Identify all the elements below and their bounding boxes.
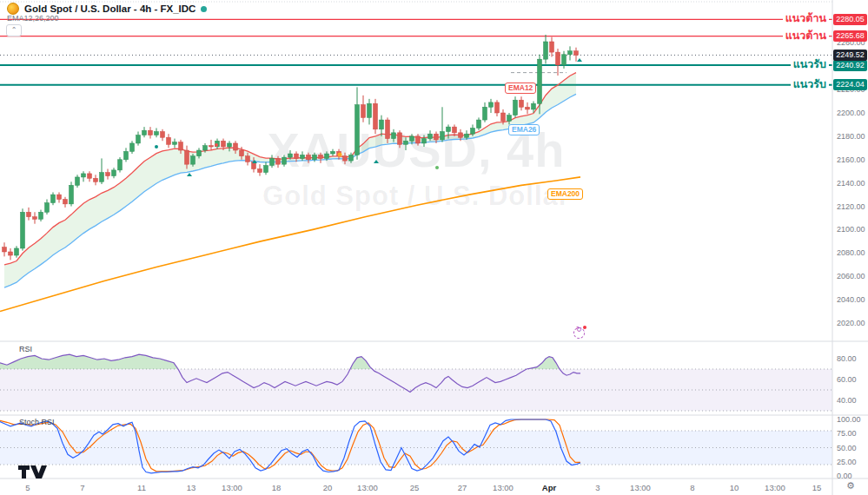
candle-body: [368, 103, 372, 117]
time-tick-label: 13:00: [630, 483, 651, 492]
signal-dot-marker[interactable]: [155, 145, 158, 148]
candle-body: [568, 51, 573, 55]
resistance-label: แนวต้าน: [783, 12, 829, 24]
candle-body: [574, 51, 579, 56]
candle-body: [544, 42, 548, 59]
candle-body: [343, 156, 348, 161]
stoch-band: [0, 431, 832, 465]
candle-body: [45, 203, 50, 213]
current-price-badge: 2249.52: [833, 50, 867, 61]
candle-body: [27, 212, 31, 216]
ema26-label-chip[interactable]: EMA26: [508, 124, 540, 135]
candle-body: [398, 133, 402, 144]
price-tick-label: 2020.00: [837, 319, 865, 327]
settings-gear-icon[interactable]: ⚙: [846, 480, 855, 492]
candle-body: [520, 100, 524, 107]
candle-body: [471, 128, 475, 134]
symbol-header: Gold Spot / U.S. Dollar - 4h - FX_IDC: [7, 3, 207, 15]
candle-body: [562, 55, 567, 65]
time-tick-label: 8: [690, 483, 694, 492]
tradingview-logo[interactable]: [18, 465, 50, 478]
candle-body: [21, 212, 25, 248]
ema12-label-chip[interactable]: EMA12: [505, 82, 536, 94]
candle-body: [331, 151, 335, 154]
ema200-label-chip[interactable]: EMA200: [547, 188, 583, 200]
price-axis[interactable]: [832, 0, 868, 478]
candle-body: [240, 150, 244, 156]
stoch-tick-label: 75.00: [837, 429, 857, 438]
candle-body: [130, 143, 135, 151]
candle-body: [234, 143, 238, 150]
ema12-line[interactable]: [4, 73, 576, 265]
support-label: แนวรับ: [791, 78, 829, 90]
market-status-dot[interactable]: [201, 6, 207, 12]
candle-body: [3, 248, 7, 252]
chart-canvas[interactable]: [0, 0, 868, 495]
indicator-legend[interactable]: EMA12,26,200: [7, 14, 59, 23]
candle-body: [118, 160, 123, 170]
time-tick-label: 13:00: [222, 483, 242, 492]
time-tick-label: 7: [80, 483, 84, 492]
main-pane[interactable]: [0, 73, 580, 312]
candle-body: [63, 199, 68, 203]
time-tick-label: 10: [730, 483, 739, 492]
candle-body: [465, 134, 469, 137]
rsi-tick-label: 60.00: [837, 375, 857, 384]
resistance-price-badge: 2280.05: [833, 14, 867, 25]
candle-body: [295, 154, 299, 158]
candle-body: [155, 132, 159, 135]
signal-dot-marker[interactable]: [215, 143, 218, 147]
ema200-line[interactable]: [0, 177, 580, 312]
rsi-tick-label: 80.00: [837, 354, 857, 363]
candle-body: [288, 154, 293, 157]
symbol-title[interactable]: Gold Spot / U.S. Dollar - 4h - FX_IDC: [24, 3, 195, 14]
candle-body: [222, 141, 226, 147]
candle-body: [246, 156, 250, 162]
candle-body: [526, 107, 530, 109]
candle-body: [142, 130, 147, 135]
support-price-badge: 2224.04: [833, 79, 867, 90]
signal-triangle-marker[interactable]: [577, 58, 582, 62]
rsi-pane-label[interactable]: RSI: [19, 345, 32, 353]
time-tick-label: 13:00: [765, 483, 785, 492]
candle-body: [447, 127, 451, 131]
signal-dot-marker[interactable]: [338, 153, 342, 157]
candle-body: [76, 177, 80, 185]
candle-body: [422, 139, 427, 143]
candle-body: [301, 155, 305, 158]
candle-body: [349, 155, 354, 161]
candle-body: [161, 132, 165, 138]
candle-body: [483, 107, 487, 120]
support-price-badge: 2240.92: [833, 60, 867, 71]
candle-body: [453, 127, 457, 133]
signal-dot-marker[interactable]: [435, 166, 439, 169]
stoch-tick-label: 25.00: [837, 458, 857, 466]
candle-body: [88, 174, 92, 178]
candle-body: [392, 133, 396, 139]
time-tick-label: 13: [187, 483, 196, 492]
candle-body: [380, 120, 384, 129]
candle-body: [57, 195, 62, 199]
candle-body: [209, 146, 214, 147]
candle-body: [270, 158, 275, 165]
alert-dot-icon: [583, 326, 586, 329]
candle-body: [416, 136, 421, 143]
collapse-legend-button[interactable]: ⌃: [6, 24, 22, 36]
candle-body: [136, 135, 141, 143]
stoch-tick-label: 100.00: [837, 415, 861, 424]
time-tick-label: 18: [272, 483, 282, 492]
time-tick-label: 3: [595, 483, 600, 492]
candle-body: [459, 133, 463, 137]
candle-body: [173, 142, 177, 145]
time-tick-label: 5: [25, 483, 30, 492]
price-tick-label: 2120.00: [837, 202, 865, 211]
support-label: แนวรับ: [791, 58, 829, 70]
rsi-tick-label: 40.00: [837, 396, 857, 405]
price-tick-label: 2040.00: [837, 295, 865, 304]
indicator-alert-icon[interactable]: ↻: [573, 327, 585, 339]
signal-triangle-marker[interactable]: [187, 173, 192, 176]
stoch-rsi-pane-label[interactable]: Stoch RSI: [19, 418, 55, 426]
signal-triangle-marker[interactable]: [374, 160, 379, 163]
time-tick-label: 11: [137, 483, 146, 492]
candle-body: [100, 173, 104, 182]
